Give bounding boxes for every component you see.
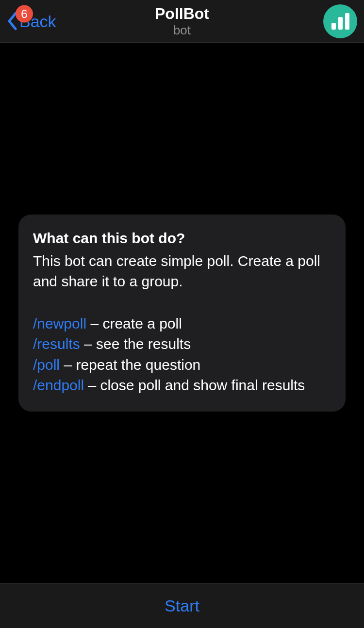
command-separator: – xyxy=(60,357,76,373)
bot-avatar[interactable] xyxy=(323,4,357,38)
command-description: close poll and show final results xyxy=(100,377,305,393)
command-separator: – xyxy=(80,336,96,352)
chat-area: What can this bot do? This bot can creat… xyxy=(0,43,364,583)
command-separator: – xyxy=(84,377,100,393)
chat-footer: Start xyxy=(0,583,364,628)
info-description: This bot can create simple poll. Create … xyxy=(33,251,331,292)
command-name[interactable]: /endpoll xyxy=(33,377,84,393)
chat-subtitle: bot xyxy=(173,23,191,37)
command-name[interactable]: /poll xyxy=(33,357,60,373)
info-title: What can this bot do? xyxy=(33,228,331,249)
unread-badge: 6 xyxy=(16,5,33,22)
chat-title-block[interactable]: PollBot bot xyxy=(155,5,209,37)
command-row: /endpoll – close poll and show final res… xyxy=(33,375,331,396)
command-description: create a poll xyxy=(102,315,182,331)
command-list: /newpoll – create a poll/results – see t… xyxy=(33,314,331,396)
start-button[interactable]: Start xyxy=(165,596,199,615)
command-row: /results – see the results xyxy=(33,334,331,355)
command-description: repeat the question xyxy=(76,357,200,373)
command-name[interactable]: /newpoll xyxy=(33,315,86,331)
command-row: /poll – repeat the question xyxy=(33,355,331,376)
chat-header: Back 6 PollBot bot xyxy=(0,0,364,43)
back-button[interactable]: Back 6 xyxy=(7,12,56,31)
command-row: /newpoll – create a poll xyxy=(33,314,331,334)
command-description: see the results xyxy=(96,336,191,352)
chat-title: PollBot xyxy=(155,5,209,22)
bot-info-card: What can this bot do? This bot can creat… xyxy=(18,215,346,412)
command-separator: – xyxy=(86,315,102,331)
bar-chart-icon xyxy=(331,13,349,30)
command-name[interactable]: /results xyxy=(33,336,80,352)
